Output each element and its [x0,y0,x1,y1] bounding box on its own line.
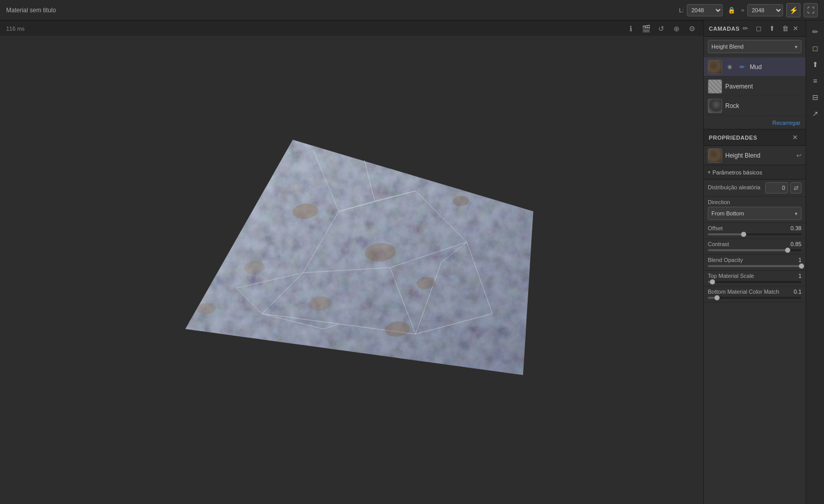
reload-row: Recarregar [704,117,806,129]
blend-opacity-fill [708,265,801,267]
properties-header: PROPRIEDADES ✕ [704,129,806,146]
scene-container [0,20,703,504]
contrast-thumb[interactable] [785,248,790,253]
properties-panel: PROPRIEDADES ✕ Height Blend ↩ ▾ Parâmetr… [704,129,806,504]
layer-name-rock: Rock [725,102,801,109]
main-layout: 116 ms ℹ 🎬 ↺ ⊕ ⚙ CAMADAS ✏ ◻ ⬆ 🗑 ✕ [0,20,824,504]
lock-aspect-icon[interactable]: 🔒 [726,4,738,16]
top-material-scale-header: Top Material Scale 1 [708,273,801,279]
layers-panel: CAMADAS ✏ ◻ ⬆ 🗑 ✕ Height Blend Normal Mu… [704,20,806,129]
contrast-fill [708,249,788,251]
layer-blend-dropdown-wrap: Height Blend Normal Multiply ▾ [708,40,801,53]
topbar-controls: L: 2048 1024 4096 🔒 ≈ 2048 1024 4096 ⚡ ⛶ [679,3,818,17]
bottom-color-match-track [708,297,801,299]
layer-thumb-pavement [708,79,722,94]
3d-plane [160,109,544,416]
far-right-share-btn[interactable]: ↗ [808,106,822,121]
prop-bottom-color-match: Bottom Material Color Match 0.1 [704,287,806,302]
layer-item-mud[interactable]: ◉ ✏ Mud [704,57,806,77]
layers-panel-header: CAMADAS ✏ ◻ ⬆ 🗑 ✕ [704,20,806,37]
top-material-scale-value: 1 [798,273,801,279]
layer-thumb-mud [708,60,722,74]
layer-name-pavement: Pavement [725,83,801,90]
props-thumb [708,148,722,163]
prop-distribuicao: Distribuição aleatória ⇄ [704,180,806,196]
blend-opacity-track [708,265,801,267]
layers-header-icons: ✏ ◻ ⬆ 🗑 [740,23,791,34]
prop-top-material-scale: Top Material Scale 1 [704,271,806,287]
bottom-color-match-header: Bottom Material Color Match 0.1 [708,289,801,295]
far-right-eraser-btn[interactable]: ◻ [808,41,822,55]
layer-blend-dropdown[interactable]: Height Blend Normal Multiply [708,40,801,53]
layer-thumb-rock [708,99,722,113]
layers-brush-btn[interactable]: ✏ [740,23,751,34]
props-item-name: Height Blend [725,152,793,159]
contrast-track [708,249,801,251]
blend-opacity-value: 1 [798,257,801,263]
far-right-props-btn[interactable]: ⊟ [808,90,822,104]
far-right-layers-btn[interactable]: ≡ [808,74,822,88]
layer-edit-icon-mud[interactable]: ✏ [738,62,747,72]
layer-name-mud: Mud [750,63,801,71]
layer-item-rock[interactable]: Rock [704,96,806,116]
top-material-scale-label: Top Material Scale [708,273,754,279]
bottom-color-match-thumb[interactable] [714,295,720,300]
fullscreen-btn[interactable]: ⛶ [804,3,818,17]
bottom-color-match-value: 0.1 [794,289,801,295]
topbar: Material sem titulo L: 2048 1024 4096 🔒 … [0,0,824,20]
layer-vis-icon-mud[interactable]: ◉ [725,62,734,72]
offset-value: 0.38 [791,225,801,231]
layers-close-btn[interactable]: ✕ [791,23,800,34]
prop-distribuicao-row: Distribuição aleatória ⇄ [708,182,801,193]
shuffle-btn[interactable]: ⇄ [790,182,801,193]
direction-select[interactable]: From Bottom From Top Both [708,207,801,220]
offset-fill [708,233,744,235]
contrast-value: 0.85 [791,241,801,247]
viewport[interactable]: 116 ms ℹ 🎬 ↺ ⊕ ⚙ [0,20,703,504]
direction-label: Direction [708,199,801,205]
section-basic-title: Parâmetros básicos [712,169,762,176]
layers-export-btn[interactable]: ⬆ [766,23,777,34]
prop-contrast: Contrast 0.85 [704,239,806,255]
resolution-height-select[interactable]: 2048 1024 4096 [747,4,783,16]
props-item-header: Height Blend ↩ [704,146,806,165]
app-title: Material sem titulo [6,7,679,14]
contrast-label: Contrast [708,241,729,247]
properties-close-btn[interactable]: ✕ [789,132,800,143]
prop-distribuicao-label: Distribuição aleatória [708,184,761,190]
right-panel: CAMADAS ✏ ◻ ⬆ 🗑 ✕ Height Blend Normal Mu… [703,20,806,504]
render-btn[interactable]: ⚡ [786,3,800,17]
prop-offset: Offset 0.38 [704,223,806,239]
far-right-toolbar: ✏ ◻ ⬆ ≡ ⊟ ↗ [806,20,824,504]
distribuicao-input[interactable] [765,182,788,193]
offset-thumb[interactable] [741,232,746,237]
direction-dropdown-wrap: From Bottom From Top Both ▾ [708,207,801,220]
layers-trash-btn[interactable]: 🗑 [779,23,791,34]
offset-header: Offset 0.38 [708,225,801,231]
resolution-width-select[interactable]: 2048 1024 4096 [687,4,723,16]
plane-base [185,140,533,375]
offset-track [708,233,801,235]
blend-opacity-thumb[interactable] [799,264,804,269]
section-basic-header[interactable]: ▾ Parâmetros básicos [704,165,806,180]
contrast-header: Contrast 0.85 [708,241,801,247]
prop-blend-opacity: Blend Opacity 1 [704,255,806,271]
far-right-export-btn[interactable]: ⬆ [808,57,822,72]
blend-opacity-header: Blend Opacity 1 [708,257,801,263]
blend-opacity-label: Blend Opacity [708,257,743,263]
far-right-brush-btn[interactable]: ✏ [808,25,822,39]
layers-panel-title: CAMADAS [709,26,740,32]
properties-title: PROPRIEDADES [709,135,757,141]
layer-blend-mode-wrap: Height Blend Normal Multiply ▾ [704,37,806,56]
res-label-aspect: ≈ [741,7,744,13]
top-material-scale-thumb[interactable] [710,279,715,284]
offset-label: Offset [708,225,723,231]
props-reset-btn[interactable]: ↩ [796,152,801,159]
bottom-color-match-label: Bottom Material Color Match [708,289,779,295]
section-chevron-icon: ▾ [708,169,710,175]
layer-item-pavement[interactable]: Pavement [704,77,806,96]
reload-link[interactable]: Recarregar [772,120,800,126]
top-material-scale-track [708,281,801,283]
layer-list: ◉ ✏ Mud Pavement Rock [704,56,806,117]
layers-eraser-btn[interactable]: ◻ [753,23,764,34]
